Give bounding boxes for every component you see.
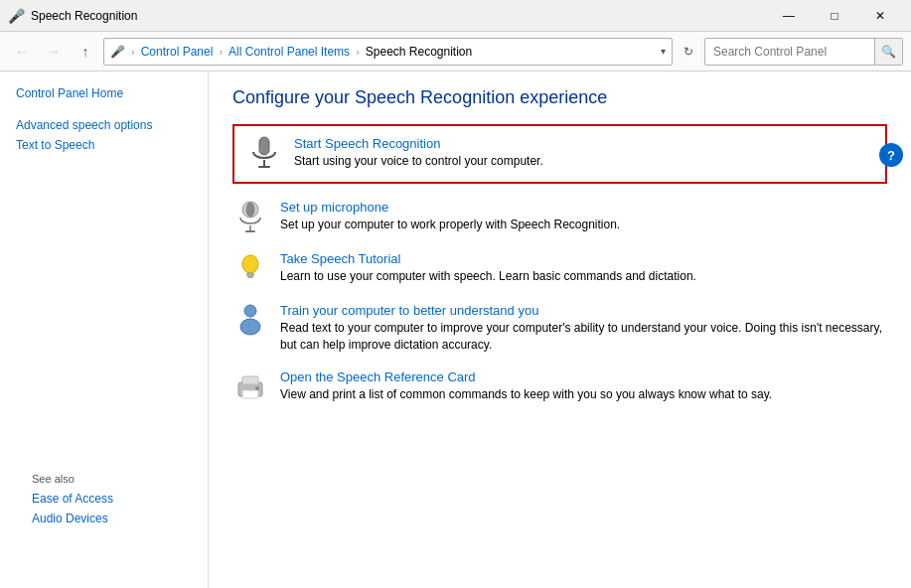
address-dropdown-icon[interactable]: ▾ [661, 46, 666, 57]
printer-icon [232, 369, 268, 405]
address-breadcrumb-1: Control Panel [141, 45, 214, 59]
item-row-setup-mic: Set up microphone Set up your computer t… [232, 200, 887, 235]
see-also-title: See also [16, 457, 193, 489]
person-icon [232, 303, 268, 339]
setup-mic-link[interactable]: Set up microphone [280, 200, 388, 215]
search-input[interactable] [705, 45, 874, 59]
title-bar-title: Speech Recognition [31, 9, 137, 23]
back-button[interactable]: ← [8, 38, 36, 66]
item-content-reference: Open the Speech Reference Card View and … [280, 369, 887, 403]
page-title: Configure your Speech Recognition experi… [232, 87, 887, 108]
item-content-start: Start Speech Recognition Start using you… [294, 136, 873, 170]
help-button[interactable]: ? [879, 143, 903, 167]
address-sep-2: › [219, 46, 223, 58]
item-content-train: Train your computer to better understand… [280, 303, 887, 354]
forward-button[interactable]: → [40, 38, 68, 66]
sidebar-text-to-speech[interactable]: Text to Speech [0, 135, 208, 155]
address-breadcrumb-3: Speech Recognition [366, 45, 472, 59]
svg-rect-0 [259, 137, 269, 155]
breadcrumb-all-items[interactable]: All Control Panel Items [228, 45, 350, 59]
item-row-train: Train your computer to better understand… [232, 303, 887, 354]
svg-point-11 [240, 319, 260, 335]
highlight-box: Start Speech Recognition Start using you… [232, 124, 887, 184]
svg-rect-2 [258, 166, 270, 168]
minimize-button[interactable]: — [766, 0, 812, 32]
refresh-button[interactable]: ↻ [677, 40, 700, 64]
start-speech-link[interactable]: Start Speech Recognition [294, 136, 440, 151]
title-bar-icon: 🎤 [8, 8, 25, 24]
setup-mic-desc: Set up your computer to work properly wi… [280, 217, 887, 233]
address-mic-icon: 🎤 [110, 45, 125, 59]
sidebar-links: Advanced speech options Text to Speech [0, 115, 208, 155]
setup-mic-icon [232, 200, 268, 235]
reference-link[interactable]: Open the Speech Reference Card [280, 369, 476, 384]
svg-point-4 [246, 203, 254, 217]
sidebar-advanced-speech[interactable]: Advanced speech options [0, 115, 208, 135]
start-speech-desc: Start using your voice to control your c… [294, 153, 873, 170]
close-button[interactable]: ✕ [857, 0, 903, 32]
title-bar-left: 🎤 Speech Recognition [8, 8, 137, 24]
address-bar: ← → ↑ 🎤 › Control Panel › All Control Pa… [0, 32, 911, 72]
up-button[interactable]: ↑ [72, 38, 99, 66]
search-button[interactable]: 🔍 [874, 38, 902, 66]
train-desc: Read text to your computer to improve yo… [280, 320, 887, 354]
content-area: Configure your Speech Recognition experi… [209, 72, 911, 588]
item-row-reference: Open the Speech Reference Card View and … [232, 369, 887, 405]
title-bar-controls: — □ ✕ [766, 0, 903, 32]
reference-desc: View and print a list of common commands… [280, 386, 887, 403]
item-row-start-speech: Start Speech Recognition Start using you… [246, 136, 873, 172]
svg-rect-9 [247, 276, 253, 278]
svg-point-15 [255, 386, 259, 390]
see-also-section: See also Ease of Access Audio Devices [0, 457, 209, 528]
svg-point-7 [242, 255, 258, 273]
svg-rect-6 [245, 230, 255, 232]
item-content-setup: Set up microphone Set up your computer t… [280, 200, 887, 233]
item-content-tutorial: Take Speech Tutorial Learn to use your c… [280, 251, 887, 285]
sidebar: Control Panel Home Advanced speech optio… [0, 72, 209, 588]
tutorial-desc: Learn to use your computer with speech. … [280, 268, 887, 285]
main-layout: ? Control Panel Home Advanced speech opt… [0, 72, 911, 588]
tutorial-link[interactable]: Take Speech Tutorial [280, 251, 400, 266]
svg-point-10 [244, 305, 256, 317]
address-sep-3: › [356, 46, 360, 58]
address-sep-1: › [131, 46, 135, 58]
svg-rect-8 [246, 273, 254, 276]
sidebar-ease-of-access[interactable]: Ease of Access [16, 489, 193, 509]
mic-icon [246, 136, 282, 172]
svg-rect-14 [242, 390, 258, 398]
sidebar-home-link[interactable]: Control Panel Home [0, 83, 208, 103]
maximize-button[interactable]: □ [812, 0, 857, 32]
lightbulb-icon [232, 251, 268, 287]
address-bar-input[interactable]: 🎤 › Control Panel › All Control Panel It… [103, 38, 673, 66]
item-row-tutorial: Take Speech Tutorial Learn to use your c… [232, 251, 887, 287]
svg-rect-13 [242, 376, 258, 384]
sidebar-audio-devices[interactable]: Audio Devices [16, 509, 193, 528]
breadcrumb-control-panel[interactable]: Control Panel [141, 45, 214, 59]
title-bar: 🎤 Speech Recognition — □ ✕ [0, 0, 911, 32]
address-breadcrumb-2: All Control Panel Items [228, 45, 350, 59]
train-link[interactable]: Train your computer to better understand… [280, 303, 538, 318]
search-box[interactable]: 🔍 [704, 38, 903, 66]
item-list: Start Speech Recognition Start using you… [232, 124, 887, 405]
